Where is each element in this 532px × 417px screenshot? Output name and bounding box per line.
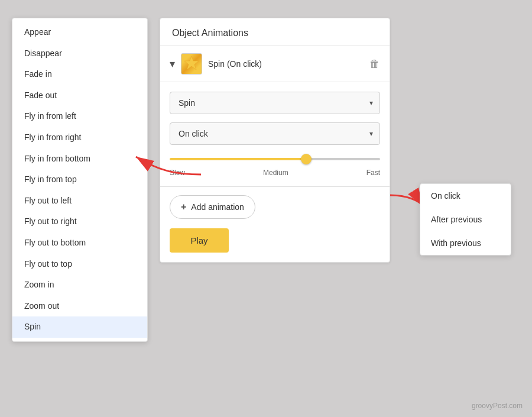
animation-controls: Spin ▾ On click ▾ Slow bbox=[160, 82, 390, 186]
list-item[interactable]: Fly out to left bbox=[12, 190, 147, 212]
list-item[interactable]: Fly out to top bbox=[12, 254, 147, 275]
animation-trigger-select[interactable]: On click bbox=[170, 122, 380, 145]
list-item[interactable]: Fly in from left bbox=[12, 106, 147, 127]
panel-title: Object Animations bbox=[160, 18, 390, 46]
fast-label: Fast bbox=[366, 169, 380, 177]
trigger-popup-item[interactable]: After previous bbox=[420, 208, 511, 231]
speed-track bbox=[170, 158, 380, 160]
list-item[interactable]: Appear bbox=[12, 22, 147, 43]
animation-thumbnail bbox=[181, 53, 202, 75]
speed-thumb[interactable] bbox=[301, 154, 312, 164]
play-button[interactable]: Play bbox=[170, 228, 229, 253]
trigger-popup-item[interactable]: With previous bbox=[420, 231, 511, 255]
list-item[interactable]: Fly in from right bbox=[12, 127, 147, 148]
add-animation-button[interactable]: + Add animation bbox=[170, 195, 255, 219]
add-icon: + bbox=[181, 202, 186, 212]
animation-type-list: AppearDisappearFade inFade outFly in fro… bbox=[12, 18, 148, 342]
speed-labels: Slow Medium Fast bbox=[170, 169, 380, 177]
watermark: groovyPost.com bbox=[472, 402, 523, 410]
object-animations-panel: Object Animations ▾ Spin (On click) 🗑 Sp… bbox=[160, 18, 390, 263]
animation-entry-name: Spin (On click) bbox=[208, 59, 364, 69]
play-area: Play bbox=[160, 228, 390, 262]
animation-trigger-dropdown[interactable]: On click ▾ bbox=[170, 122, 380, 145]
list-item[interactable]: Fade in bbox=[12, 64, 147, 85]
trigger-popup: On clickAfter previousWith previous bbox=[420, 183, 511, 256]
list-item[interactable]: Spin bbox=[12, 316, 147, 338]
animation-entry-row: ▾ Spin (On click) 🗑 bbox=[160, 46, 390, 82]
list-item[interactable]: Disappear bbox=[12, 43, 147, 64]
add-animation-label: Add animation bbox=[191, 202, 244, 212]
speed-slider-container[interactable] bbox=[170, 153, 380, 165]
animation-type-select[interactable]: Spin bbox=[170, 92, 380, 114]
list-item[interactable]: Zoom in bbox=[12, 274, 147, 296]
list-item[interactable]: Fly out to bottom bbox=[12, 232, 147, 254]
trigger-popup-item[interactable]: On click bbox=[420, 184, 511, 208]
list-item[interactable]: Fade out bbox=[12, 85, 147, 106]
svg-marker-0 bbox=[184, 56, 199, 70]
animation-type-dropdown[interactable]: Spin ▾ bbox=[170, 92, 380, 114]
expand-chevron-icon[interactable]: ▾ bbox=[170, 57, 175, 70]
list-item[interactable]: Fly in from top bbox=[12, 169, 147, 190]
slow-label: Slow bbox=[170, 169, 185, 177]
panel-footer: + Add animation bbox=[160, 186, 390, 228]
list-item[interactable]: Zoom out bbox=[12, 296, 147, 317]
list-item[interactable]: Fly out to right bbox=[12, 211, 147, 232]
speed-control: Slow Medium Fast bbox=[170, 153, 380, 177]
delete-animation-icon[interactable]: 🗑 bbox=[369, 58, 380, 70]
list-item[interactable]: Fly in from bottom bbox=[12, 148, 147, 170]
medium-label: Medium bbox=[263, 169, 288, 177]
main-area: AppearDisappearFade inFade outFly in fro… bbox=[0, 0, 532, 417]
